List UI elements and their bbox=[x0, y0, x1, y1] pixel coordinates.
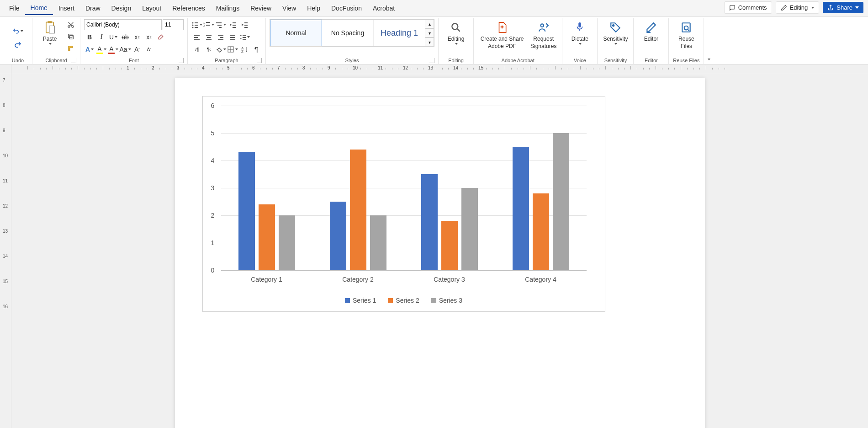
font-color-button[interactable]: A bbox=[108, 44, 119, 55]
svg-rect-32 bbox=[218, 35, 223, 36]
tab-draw[interactable]: Draw bbox=[80, 2, 106, 15]
dialog-launcher-icon[interactable] bbox=[179, 58, 184, 63]
subscript-button[interactable]: x2 bbox=[132, 32, 143, 43]
svg-rect-21 bbox=[233, 25, 236, 26]
chart-ytick: 6 bbox=[211, 102, 215, 109]
bold-button[interactable]: B bbox=[84, 32, 95, 43]
font-size-select[interactable] bbox=[163, 19, 184, 30]
tab-view[interactable]: View bbox=[277, 2, 302, 15]
svg-rect-36 bbox=[230, 37, 235, 38]
document-area[interactable]: 0123456Category 1Category 2Category 3Cat… bbox=[11, 73, 868, 428]
dialog-launcher-icon[interactable] bbox=[71, 58, 76, 63]
svg-rect-19 bbox=[219, 27, 222, 28]
tab-home[interactable]: Home bbox=[25, 1, 53, 15]
gallery-down-button[interactable]: ▾ bbox=[425, 28, 434, 37]
create-pdf-button[interactable]: Create and Share Adobe PDF bbox=[477, 19, 527, 50]
numbering-button[interactable]: 12 bbox=[203, 19, 214, 30]
tab-mailings[interactable]: Mailings bbox=[211, 2, 245, 15]
tab-file[interactable]: File bbox=[4, 2, 25, 15]
ltr-button[interactable]: ›¶ bbox=[191, 44, 202, 55]
style-heading1[interactable]: Heading 1 bbox=[374, 20, 425, 46]
comment-icon bbox=[729, 5, 736, 11]
italic-button[interactable]: I bbox=[96, 32, 107, 43]
svg-rect-29 bbox=[206, 35, 212, 36]
tab-acrobat[interactable]: Acrobat bbox=[367, 2, 400, 15]
magnifier-icon bbox=[449, 20, 463, 35]
ribbon-collapse-button[interactable] bbox=[704, 54, 713, 64]
legend-swatch bbox=[431, 298, 436, 303]
borders-button[interactable] bbox=[227, 44, 238, 55]
rtl-button[interactable]: ¶‹ bbox=[203, 44, 214, 55]
gallery-more-button[interactable]: ▾ bbox=[425, 37, 434, 47]
dictate-button[interactable]: Dictate bbox=[566, 19, 593, 46]
chevron-down-icon bbox=[579, 43, 582, 45]
bullets-button[interactable] bbox=[191, 19, 202, 30]
highlight-button[interactable]: A bbox=[96, 44, 107, 55]
tab-help[interactable]: Help bbox=[302, 2, 326, 15]
font-name-select[interactable] bbox=[84, 19, 162, 30]
undo-button[interactable] bbox=[12, 26, 23, 37]
align-center-button[interactable] bbox=[203, 32, 214, 43]
tab-design[interactable]: Design bbox=[106, 2, 137, 15]
style-no-spacing[interactable]: No Spacing bbox=[322, 20, 374, 46]
tab-review[interactable]: Review bbox=[245, 2, 277, 15]
copy-button[interactable] bbox=[65, 31, 76, 42]
clear-format-button[interactable] bbox=[155, 32, 166, 43]
group-label-editor: Editor bbox=[637, 57, 665, 64]
svg-rect-14 bbox=[206, 22, 210, 23]
horizontal-ruler[interactable]: 123456789101112131415 bbox=[0, 64, 868, 73]
tab-layout[interactable]: Layout bbox=[137, 2, 167, 15]
editing-find-button[interactable]: Editing bbox=[442, 19, 470, 46]
chart-ytick: 3 bbox=[211, 184, 215, 192]
underline-button[interactable]: U bbox=[108, 32, 119, 43]
chevron-down-icon bbox=[235, 48, 238, 50]
align-right-button[interactable] bbox=[215, 32, 226, 43]
editor-button[interactable]: Editor bbox=[637, 19, 665, 43]
req-sig-label2: Signatures bbox=[530, 43, 556, 49]
shrink-font-button[interactable]: Aˇ bbox=[143, 44, 154, 55]
reuse-files-button[interactable]: Reuse Files bbox=[672, 19, 700, 50]
text-effects-button[interactable]: A bbox=[84, 44, 95, 55]
gallery-up-button[interactable]: ▴ bbox=[425, 19, 434, 28]
share-button[interactable]: Share bbox=[823, 2, 863, 13]
change-case-button[interactable]: Aa bbox=[120, 44, 131, 55]
redo-button[interactable] bbox=[12, 39, 23, 50]
legend-item: Series 2 bbox=[388, 297, 419, 304]
increase-indent-button[interactable] bbox=[239, 19, 250, 30]
dialog-launcher-icon[interactable] bbox=[257, 58, 262, 63]
share-label: Share bbox=[836, 4, 852, 11]
decrease-indent-button[interactable] bbox=[227, 19, 238, 30]
tab-references[interactable]: References bbox=[167, 2, 211, 15]
sort-button[interactable]: AZ bbox=[239, 44, 250, 55]
grow-font-button[interactable]: Aˆ bbox=[132, 44, 143, 55]
chart-xtick: Category 3 bbox=[434, 276, 465, 283]
show-marks-button[interactable]: ¶ bbox=[251, 44, 262, 55]
style-normal[interactable]: Normal bbox=[270, 20, 322, 46]
align-left-button[interactable] bbox=[191, 32, 202, 43]
strikethrough-button[interactable]: ab bbox=[120, 32, 131, 43]
chart-object[interactable]: 0123456Category 1Category 2Category 3Cat… bbox=[202, 96, 605, 312]
multilevel-button[interactable] bbox=[215, 19, 226, 30]
format-painter-button[interactable] bbox=[65, 43, 76, 54]
tab-docfusion[interactable]: DocFusion bbox=[326, 2, 367, 15]
line-spacing-button[interactable] bbox=[239, 32, 250, 43]
svg-point-51 bbox=[684, 26, 688, 30]
vertical-ruler[interactable]: 78910111213141516 bbox=[0, 73, 11, 428]
paste-button[interactable]: Paste bbox=[36, 19, 64, 46]
reuse-label1: Reuse bbox=[678, 36, 694, 42]
svg-rect-6 bbox=[69, 34, 72, 38]
superscript-button[interactable]: x2 bbox=[143, 32, 154, 43]
svg-rect-12 bbox=[195, 27, 198, 28]
shading-button[interactable] bbox=[215, 44, 226, 55]
cut-button[interactable] bbox=[65, 19, 76, 30]
chevron-down-icon bbox=[104, 48, 106, 50]
indent-icon bbox=[241, 21, 248, 28]
justify-button[interactable] bbox=[227, 32, 238, 43]
tab-insert[interactable]: Insert bbox=[53, 2, 80, 15]
dialog-launcher-icon[interactable] bbox=[429, 58, 434, 63]
editing-mode-button[interactable]: Editing bbox=[776, 1, 820, 14]
mic-icon bbox=[572, 20, 587, 35]
sensitivity-button[interactable]: Sensitivity bbox=[601, 19, 630, 46]
comments-button[interactable]: Comments bbox=[724, 1, 772, 14]
request-signatures-button[interactable]: Request Signatures bbox=[529, 19, 558, 50]
